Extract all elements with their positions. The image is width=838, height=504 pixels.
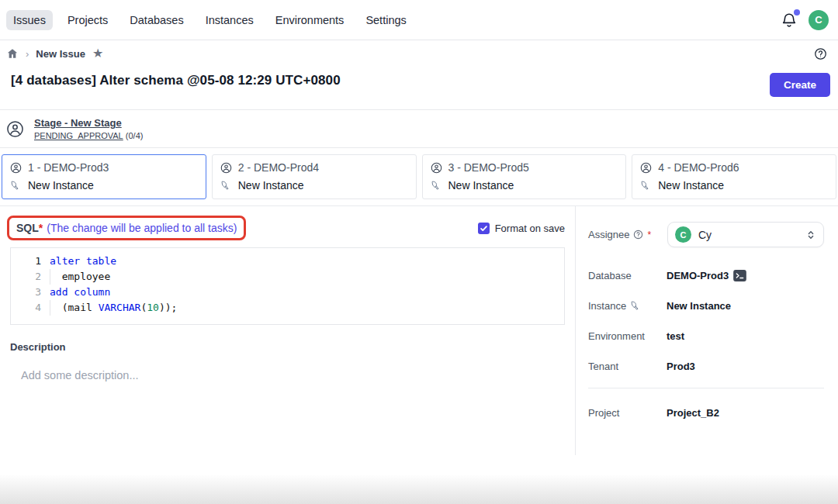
- field-value[interactable]: DEMO-Prod3: [667, 270, 746, 281]
- chevron-right-icon: ›: [26, 48, 29, 60]
- field-label: Database: [588, 270, 667, 281]
- required-asterisk: *: [39, 222, 43, 234]
- issue-sidebar: Assignee * C Cy: [576, 206, 838, 455]
- format-on-save-toggle[interactable]: Format on save: [478, 223, 565, 234]
- nav-item-environments[interactable]: Environments: [268, 10, 351, 30]
- field-label: Instance: [588, 300, 667, 312]
- sql-console-icon[interactable]: [733, 270, 746, 281]
- field-value[interactable]: test: [667, 330, 684, 342]
- assignee-label: Assignee *: [588, 229, 651, 240]
- chevron-up-down-icon: [805, 230, 816, 240]
- description-label: Description: [10, 341, 565, 353]
- engine-icon: [640, 180, 652, 192]
- task-card-label: 2 - DEMO-Prod4: [238, 161, 319, 174]
- breadcrumb: › New Issue ★: [6, 47, 103, 60]
- task-card[interactable]: 4 - DEMO-Prod6New Instance: [632, 154, 836, 199]
- stage-name-link[interactable]: Stage - New Stage: [34, 117, 143, 129]
- code-line: 3add column: [11, 285, 564, 300]
- title-row: [4 databases] Alter schema @05-08 12:29 …: [0, 67, 838, 97]
- help-icon[interactable]: [814, 47, 827, 60]
- engine-icon: [10, 180, 22, 192]
- issue-fields: DatabaseDEMO-Prod3InstanceNew InstanceEn…: [588, 270, 824, 372]
- breadcrumb-page: New Issue: [36, 48, 85, 60]
- nav-item-databases[interactable]: Databases: [123, 10, 190, 30]
- assignee-row: Assignee * C Cy: [588, 222, 824, 247]
- sql-label: SQL*: [16, 222, 43, 234]
- star-icon[interactable]: ★: [92, 47, 103, 60]
- task-card-instance: New Instance: [658, 179, 724, 192]
- divider: [588, 388, 824, 388]
- page-title: [4 databases] Alter schema @05-08 12:29 …: [11, 73, 341, 88]
- home-icon[interactable]: [6, 47, 19, 60]
- required-asterisk: *: [647, 230, 651, 240]
- field-value[interactable]: New Instance: [667, 300, 731, 312]
- line-number: 4: [11, 300, 50, 316]
- indent-guide: [50, 269, 50, 285]
- nav-items: IssuesProjectsDatabasesInstancesEnvironm…: [6, 10, 414, 30]
- stage-status-count: (0/4): [126, 131, 144, 140]
- task-card[interactable]: 3 - DEMO-Prod5New Instance: [422, 154, 627, 199]
- help-circle-icon[interactable]: [633, 230, 643, 240]
- field-row-environment: Environmenttest: [588, 330, 824, 342]
- engine-icon: [630, 300, 642, 312]
- nav-item-projects[interactable]: Projects: [61, 10, 115, 30]
- main-panel: SQL* (The change will be applied to all …: [0, 206, 576, 455]
- user-circle-icon: [431, 162, 442, 174]
- nav-item-issues[interactable]: Issues: [6, 10, 53, 30]
- field-row-tenant: TenantProd3: [588, 361, 824, 372]
- description-input[interactable]: Add some description...: [21, 369, 565, 381]
- task-card-label: 1 - DEMO-Prod3: [28, 161, 109, 174]
- project-row: Project Project_B2: [588, 407, 824, 419]
- sql-header-row: SQL* (The change will be applied to all …: [10, 216, 565, 240]
- task-card-instance: New Instance: [28, 179, 94, 192]
- task-card-instance: New Instance: [448, 179, 514, 192]
- code-line: 2 employee: [11, 269, 564, 285]
- assignee-select[interactable]: C Cy: [667, 222, 824, 247]
- line-number: 1: [11, 254, 50, 269]
- field-label: Tenant: [588, 361, 667, 372]
- bottom-fade: [0, 475, 838, 504]
- line-number: 3: [11, 285, 50, 300]
- engine-icon: [431, 180, 442, 192]
- task-card-instance: New Instance: [238, 179, 304, 192]
- task-card-label: 4 - DEMO-Prod6: [658, 161, 739, 174]
- sql-note: (The change will be applied to all tasks…: [47, 222, 237, 234]
- field-label: Environment: [588, 330, 667, 342]
- stage-texts: Stage - New Stage PENDING_APPROVAL (0/4): [34, 117, 143, 140]
- line-number: 2: [11, 269, 50, 285]
- user-circle-icon: [220, 162, 232, 174]
- nav-item-settings[interactable]: Settings: [358, 10, 413, 30]
- assignee-avatar: C: [675, 226, 691, 243]
- field-value[interactable]: Prod3: [667, 361, 695, 372]
- field-row-instance: InstanceNew Instance: [588, 300, 824, 312]
- task-tabs: 1 - DEMO-Prod3New Instance2 - DEMO-Prod4…: [0, 148, 838, 206]
- task-card[interactable]: 2 - DEMO-Prod4New Instance: [212, 154, 417, 199]
- assignee-value: Cy: [698, 229, 798, 241]
- nav-item-instances[interactable]: Instances: [199, 10, 261, 30]
- notification-badge: [794, 9, 800, 16]
- format-on-save-label: Format on save: [495, 223, 565, 234]
- content: SQL* (The change will be applied to all …: [0, 206, 838, 455]
- stage-status: PENDING_APPROVAL (0/4): [34, 131, 143, 140]
- avatar[interactable]: C: [809, 10, 829, 30]
- stage-status-label: PENDING_APPROVAL: [34, 131, 123, 140]
- annotation-highlight: SQL* (The change will be applied to all …: [7, 216, 246, 240]
- breadcrumb-row: › New Issue ★: [0, 40, 838, 67]
- user-circle-icon: [10, 162, 22, 174]
- top-nav: IssuesProjectsDatabasesInstancesEnvironm…: [0, 0, 838, 40]
- task-card-label: 3 - DEMO-Prod5: [448, 161, 529, 174]
- notifications-button[interactable]: [781, 11, 798, 29]
- indent-guide: [50, 300, 50, 316]
- code-line: 1alter table: [11, 254, 564, 269]
- project-label: Project: [588, 407, 667, 419]
- task-card[interactable]: 1 - DEMO-Prod3New Instance: [2, 154, 206, 199]
- project-value[interactable]: Project_B2: [667, 407, 719, 419]
- field-row-database: DatabaseDEMO-Prod3: [588, 270, 824, 281]
- user-circle-icon: [640, 162, 652, 174]
- sql-editor[interactable]: 1alter table2 employee3add column4 (mail…: [10, 247, 565, 325]
- engine-icon: [220, 180, 232, 192]
- create-button[interactable]: Create: [770, 73, 830, 97]
- checkbox-checked-icon[interactable]: [478, 223, 490, 234]
- code-line: 4 (mail VARCHAR(10));: [11, 300, 564, 316]
- user-circle-icon: [6, 120, 24, 138]
